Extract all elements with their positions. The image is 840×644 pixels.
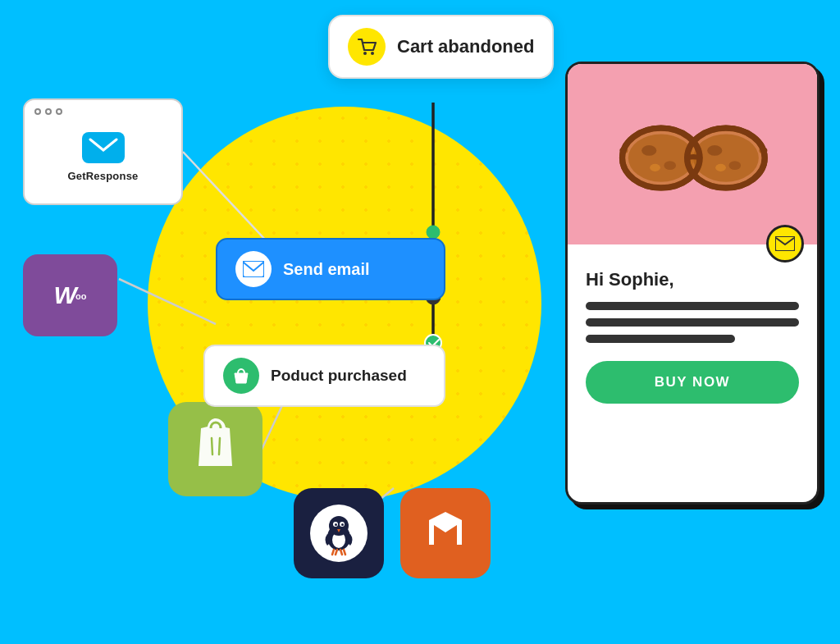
product-icon-circle: [223, 358, 259, 394]
svg-point-20: [371, 52, 374, 55]
window-dots: [34, 108, 62, 115]
email-line-3: [586, 335, 735, 343]
svg-point-32: [707, 145, 722, 156]
svg-point-34: [715, 164, 726, 171]
magento-card: [400, 488, 491, 578]
magento-icon: [421, 504, 470, 563]
email-line-1: [586, 302, 799, 310]
svg-point-26: [628, 134, 694, 181]
getresponse-label: GetResponse: [67, 170, 138, 182]
email-badge: [766, 225, 804, 263]
prestashop-icon: [310, 505, 368, 562]
woo-suffix: oo: [75, 291, 86, 301]
svg-rect-21: [243, 261, 264, 277]
buy-now-button[interactable]: BUY NOW: [586, 361, 799, 404]
window-dot-3: [56, 108, 62, 115]
send-email-label: Send email: [283, 260, 370, 279]
shopify-card: [168, 402, 262, 496]
svg-point-28: [664, 161, 676, 170]
svg-point-18: [341, 523, 344, 526]
cart-abandoned-bubble: Cart abandoned: [328, 15, 554, 79]
email-card-header: [568, 64, 817, 244]
svg-point-17: [335, 523, 337, 526]
email-card-body: Hi Sophie, BUY NOW: [568, 244, 817, 418]
woo-label: W: [54, 281, 77, 309]
email-icon-circle: [235, 251, 272, 287]
svg-point-27: [641, 145, 656, 156]
svg-point-33: [729, 161, 742, 170]
shopify-icon: [189, 415, 242, 483]
svg-point-19: [363, 52, 367, 55]
product-purchased-node: Poduct purchased: [203, 345, 445, 407]
woocommerce-card: W oo: [23, 254, 117, 336]
glasses-image: [610, 105, 774, 203]
svg-point-31: [693, 134, 759, 181]
greeting-text: Hi Sophie,: [586, 269, 799, 290]
window-dot-2: [45, 108, 52, 115]
email-card: Hi Sophie, BUY NOW: [565, 62, 819, 505]
svg-point-29: [650, 164, 660, 171]
getresponse-logo: [82, 132, 125, 163]
svg-point-14: [329, 516, 349, 536]
getresponse-card: GetResponse: [23, 98, 183, 205]
email-line-2: [586, 318, 799, 327]
send-email-node: Send email: [216, 238, 445, 300]
prestashop-card: [294, 488, 384, 578]
cart-abandoned-label: Cart abandoned: [397, 36, 534, 57]
product-purchased-label: Poduct purchased: [271, 367, 407, 385]
cart-icon: [348, 28, 386, 66]
window-dot-1: [34, 108, 41, 115]
